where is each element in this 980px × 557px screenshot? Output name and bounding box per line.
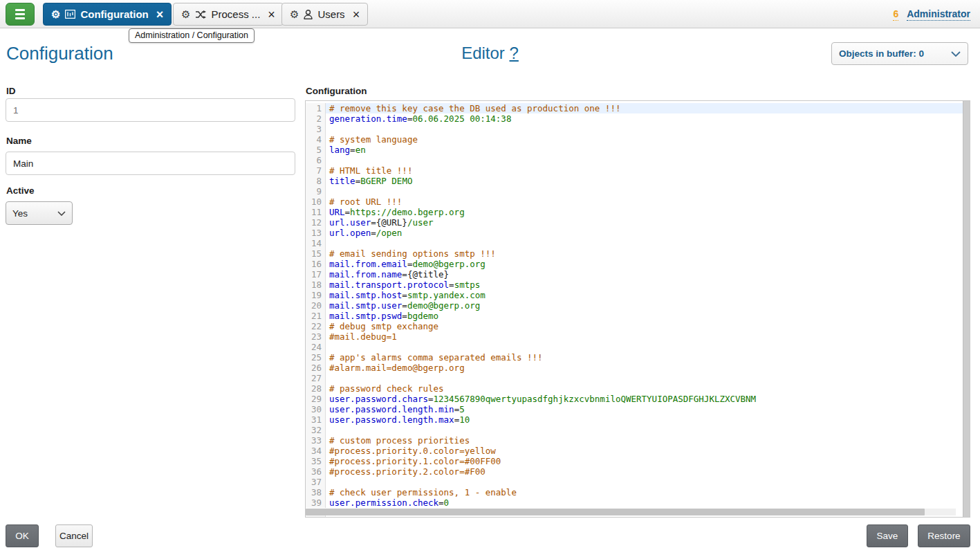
code-line[interactable]: 5lang=en	[306, 145, 963, 155]
code-line[interactable]: 16mail.from.email=demo@bgerp.org	[306, 259, 963, 269]
code-line[interactable]: 23#mail.debug=1	[306, 331, 963, 342]
code-line[interactable]: 39user.permission.check=0	[306, 497, 963, 508]
line-number: 37	[306, 477, 326, 487]
tab-configuration[interactable]: ⚙ Configuration ×	[43, 3, 172, 26]
configuration-editor-label: Configuration	[306, 86, 367, 96]
code-editor[interactable]: 1# remove this key case the DB used as p…	[305, 100, 970, 518]
code-line[interactable]: 30user.password.length.min=5	[306, 404, 963, 414]
line-number: 15	[306, 248, 326, 259]
id-label: ID	[6, 86, 16, 96]
config-panel-icon	[65, 10, 75, 19]
code-line[interactable]: 28# password check rules	[306, 383, 963, 394]
line-number: 24	[306, 342, 326, 352]
close-icon[interactable]: ×	[268, 8, 275, 21]
shuffle-icon	[195, 10, 206, 19]
code-line[interactable]: 37	[306, 477, 963, 487]
code-line[interactable]: 6	[306, 155, 963, 165]
line-number: 12	[306, 217, 326, 228]
line-number: 17	[306, 269, 326, 280]
objects-buffer-dropdown[interactable]: Objects in buffer: 0	[831, 42, 968, 65]
cancel-button[interactable]: Cancel	[55, 524, 93, 547]
active-select[interactable]: Yes	[6, 201, 73, 225]
notification-counter[interactable]: 6	[893, 8, 898, 21]
code-line[interactable]: 15# email sending options smtp !!!	[306, 248, 963, 259]
code-line[interactable]: 25# app's alarms comma separated emails …	[306, 352, 963, 363]
help-link[interactable]: ?	[510, 44, 519, 62]
line-number: 36	[306, 466, 326, 477]
tab-label: Configuration	[80, 8, 148, 20]
code-lines: 1# remove this key case the DB used as p…	[306, 101, 963, 518]
line-number: 2	[306, 113, 326, 124]
tab-label: Users	[317, 8, 344, 20]
code-line[interactable]: 33# custom process priorities	[306, 435, 963, 446]
code-line[interactable]: 17mail.from.name={@title}	[306, 269, 963, 280]
line-number: 3	[306, 124, 326, 134]
vertical-scrollbar[interactable]	[963, 101, 970, 517]
line-number: 13	[306, 228, 326, 238]
gear-icon: ⚙	[51, 9, 60, 19]
current-user-link[interactable]: Administrator	[907, 8, 970, 21]
code-line-partial: 40	[306, 515, 963, 518]
line-number: 25	[306, 352, 326, 363]
line-number: 22	[306, 321, 326, 331]
line-number: 26	[306, 363, 326, 373]
code-line[interactable]: 32	[306, 425, 963, 435]
code-line[interactable]: 3	[306, 124, 963, 134]
code-line[interactable]: 8title=BGERP DEMO	[306, 176, 963, 186]
code-line[interactable]: 10# root URL !!!	[306, 197, 963, 207]
code-line[interactable]: 24	[306, 342, 963, 352]
id-field[interactable]	[6, 98, 295, 122]
code-line[interactable]: 11URL=https://demo.bgerp.org	[306, 207, 963, 217]
horizontal-scrollbar-thumb[interactable]	[306, 509, 925, 515]
code-line[interactable]: 13url.open=/open	[306, 228, 963, 238]
ok-button[interactable]: OK	[6, 524, 39, 547]
code-line[interactable]: 14	[306, 238, 963, 248]
line-number: 5	[306, 145, 326, 155]
line-number: 38	[306, 487, 326, 497]
code-line[interactable]: 1# remove this key case the DB used as p…	[306, 103, 963, 113]
code-line[interactable]: 19mail.smtp.host=smtp.yandex.com	[306, 290, 963, 300]
horizontal-scrollbar[interactable]	[306, 509, 956, 515]
code-line[interactable]: 35#process.priority.1.color=#00FF00	[306, 456, 963, 466]
line-number: 20	[306, 300, 326, 311]
line-number: 11	[306, 207, 326, 217]
code-line[interactable]: 9	[306, 186, 963, 197]
code-line[interactable]: 18mail.transport.protocol=smtps	[306, 280, 963, 290]
line-number: 30	[306, 404, 326, 414]
code-line[interactable]: 7# HTML title !!!	[306, 165, 963, 176]
tab-tooltip: Administration / Configuration	[129, 28, 255, 43]
code-line[interactable]: 4# system language	[306, 134, 963, 145]
code-line[interactable]: 21mail.smtp.pswd=bgdemo	[306, 311, 963, 321]
line-number: 6	[306, 155, 326, 165]
line-number: 16	[306, 259, 326, 269]
line-number: 9	[306, 186, 326, 197]
gear-icon: ⚙	[290, 9, 299, 19]
code-line[interactable]: 26#alarm.mail=demo@bgerp.org	[306, 363, 963, 373]
chevron-down-icon	[951, 51, 961, 57]
line-number: 21	[306, 311, 326, 321]
code-line[interactable]: 20mail.smtp.user=demo@bgerp.org	[306, 300, 963, 311]
code-line[interactable]: 22# debug smtp exchange	[306, 321, 963, 331]
hamburger-icon	[15, 9, 25, 19]
close-icon[interactable]: ×	[353, 8, 360, 21]
restore-button[interactable]: Restore	[918, 524, 970, 547]
line-number: 28	[306, 383, 326, 394]
code-line[interactable]: 12url.user={@URL}/user	[306, 217, 963, 228]
line-number: 19	[306, 290, 326, 300]
code-line[interactable]: 27	[306, 373, 963, 383]
code-line[interactable]: 31user.password.length.max=10	[306, 414, 963, 425]
line-number: 14	[306, 238, 326, 248]
save-button[interactable]: Save	[867, 524, 908, 547]
code-line[interactable]: 38# check user permissions, 1 - enable	[306, 487, 963, 497]
name-field[interactable]	[6, 152, 295, 175]
line-number: 4	[306, 134, 326, 145]
tab-process[interactable]: ⚙ Process ... ×	[173, 3, 284, 26]
code-line[interactable]: 29user.password.chars=1234567890qwertyup…	[306, 394, 963, 404]
code-line[interactable]: 36#process.priority.2.color=#F00	[306, 466, 963, 477]
line-number: 34	[306, 446, 326, 456]
tab-users[interactable]: ⚙ Users ×	[281, 3, 368, 26]
main-menu-button[interactable]	[6, 3, 35, 26]
close-icon[interactable]: ×	[156, 8, 164, 21]
code-line[interactable]: 2generation.time=06.06.2025 00:14:38	[306, 113, 963, 124]
code-line[interactable]: 34#process.priority.0.color=yellow	[306, 446, 963, 456]
